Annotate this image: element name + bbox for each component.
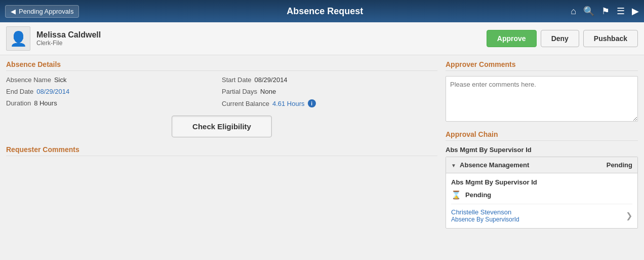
table-header-label: Absence Management — [460, 161, 529, 169]
flag-icon[interactable]: ⚑ — [601, 6, 610, 17]
start-date-label: Start Date — [222, 76, 252, 84]
page-title: Absence Request — [79, 6, 571, 17]
end-date-label: End Date — [6, 88, 33, 95]
absence-details-title: Absence Details — [6, 60, 437, 71]
approver-row[interactable]: Christelle Stevenson Absence By Supervis… — [451, 204, 632, 223]
approver-name: Christelle Stevenson — [451, 208, 519, 216]
hourglass-icon: ⌛ — [451, 190, 461, 200]
start-date-value: 08/29/2014 — [255, 76, 288, 84]
requester-comments-section: Requester Comments — [6, 145, 437, 156]
duration-row: Duration 8 Hours — [6, 99, 222, 107]
current-balance-row: Current Balance 4.61 Hours i — [222, 99, 437, 107]
pending-row: ⌛ Pending — [451, 190, 632, 200]
requester-comments-title: Requester Comments — [6, 145, 437, 156]
approval-chain-sub-label: Abs Mgmt By Supervisor Id — [446, 146, 638, 154]
absence-name-value: Sick — [54, 76, 67, 84]
check-eligibility-button[interactable]: Check Eligibility — [172, 116, 272, 137]
duration-value: 8 Hours — [34, 99, 57, 107]
approval-chain-title: Approval Chain — [446, 130, 638, 141]
deny-button[interactable]: Deny — [541, 30, 579, 47]
absence-details-grid: Absence Name Sick Start Date 08/29/2014 … — [6, 76, 437, 107]
avatar: 👤 — [6, 26, 30, 51]
navigation-icon[interactable]: ▶ — [632, 6, 639, 17]
employee-name: Melissa Caldwell — [36, 30, 480, 40]
check-eligibility-container: Check Eligibility — [6, 116, 437, 137]
approval-table-header: ▼ Absence Management Pending — [446, 157, 637, 173]
current-balance-value: 4.61 Hours — [272, 100, 305, 107]
approver-role: Absence By SupervisorId — [451, 216, 519, 223]
action-buttons: Approve Deny Pushback — [487, 30, 638, 47]
approval-table: ▼ Absence Management Pending Abs Mgmt By… — [446, 157, 638, 229]
pending-label: Pending — [465, 191, 491, 199]
approval-table-body: Abs Mgmt By Supervisor Id ⌛ Pending Chri… — [446, 173, 637, 228]
collapse-icon[interactable]: ▼ — [451, 163, 456, 168]
absence-name-label: Absence Name — [6, 76, 51, 84]
start-date-row: Start Date 08/29/2014 — [222, 76, 437, 84]
end-date-value: 08/29/2014 — [36, 88, 69, 95]
approval-chain-section: Approval Chain Abs Mgmt By Supervisor Id… — [446, 130, 638, 229]
menu-icon[interactable]: ☰ — [617, 6, 625, 17]
approver-comments-title: Approver Comments — [446, 60, 638, 71]
employee-role: Clerk-File — [36, 40, 480, 47]
current-balance-label: Current Balance — [222, 100, 269, 107]
duration-label: Duration — [6, 99, 31, 107]
table-status-label: Pending — [607, 161, 632, 169]
partial-days-label: Partial Days — [222, 88, 257, 95]
app-header: ◀ Pending Approvals Absence Request ⌂ 🔍 … — [0, 0, 644, 22]
back-button[interactable]: ◀ Pending Approvals — [5, 5, 79, 18]
employee-bar: 👤 Melissa Caldwell Clerk-File Approve De… — [0, 22, 644, 55]
partial-days-value: None — [260, 88, 276, 95]
header-icons: ⌂ 🔍 ⚑ ☰ ▶ — [571, 6, 639, 17]
home-icon[interactable]: ⌂ — [571, 6, 576, 17]
left-panel: Absence Details Absence Name Sick Start … — [6, 60, 446, 229]
right-panel: Approver Comments Approval Chain Abs Mgm… — [446, 60, 638, 229]
pushback-button[interactable]: Pushback — [583, 30, 638, 47]
end-date-row: End Date 08/29/2014 — [6, 88, 222, 95]
chevron-right-icon[interactable]: ❯ — [626, 211, 632, 220]
approve-button[interactable]: Approve — [487, 30, 537, 47]
approval-body-sub-title: Abs Mgmt By Supervisor Id — [451, 178, 632, 186]
approver-comments-input[interactable] — [446, 76, 638, 122]
search-icon[interactable]: 🔍 — [583, 6, 594, 17]
approval-table-header-left: ▼ Absence Management — [451, 161, 529, 169]
info-icon[interactable]: i — [308, 99, 316, 107]
partial-days-row: Partial Days None — [222, 88, 437, 95]
avatar-icon: 👤 — [10, 30, 27, 47]
back-label: Pending Approvals — [19, 8, 73, 15]
main-content: Absence Details Absence Name Sick Start … — [0, 55, 644, 234]
approver-info: Christelle Stevenson Absence By Supervis… — [451, 208, 519, 223]
back-arrow-icon: ◀ — [11, 8, 16, 15]
absence-name-row: Absence Name Sick — [6, 76, 222, 84]
employee-info: Melissa Caldwell Clerk-File — [36, 30, 480, 47]
